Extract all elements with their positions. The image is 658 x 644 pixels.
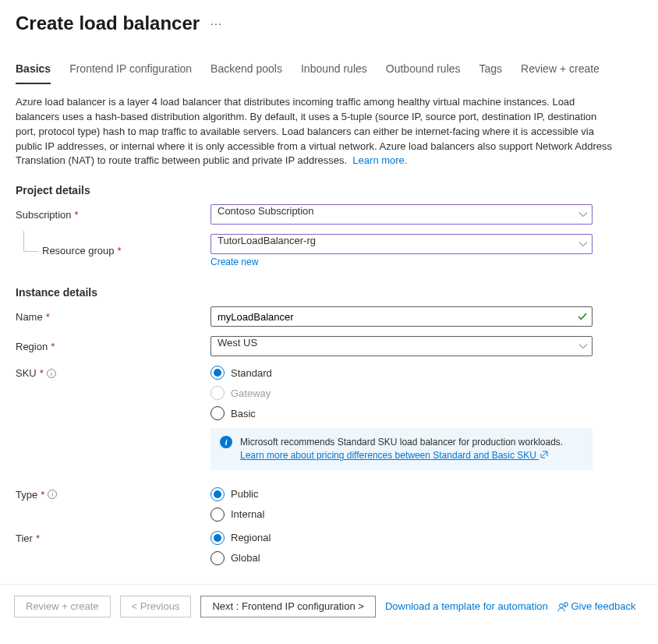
info-box-link-text: Learn more about pricing differences bet… [240,450,536,461]
resource-group-label: Resource group [42,245,115,257]
download-template-link[interactable]: Download a template for automation [385,600,548,612]
tier-option-regional[interactable]: Regional [210,531,593,545]
description-body: Azure load balancer is a layer 4 load ba… [16,96,612,166]
sku-option-basic[interactable]: Basic [210,406,593,420]
feedback-icon [557,600,571,612]
create-new-link[interactable]: Create new [210,257,258,267]
tier-option-global[interactable]: Global [210,551,593,565]
description-text: Azure load balancer is a layer 4 load ba… [16,95,616,168]
sku-option-gateway: Gateway [210,386,593,400]
name-input[interactable] [210,306,593,327]
radio-icon [210,386,225,400]
tier-label: Tier [16,533,33,544]
svg-point-0 [559,604,563,608]
sku-option-standard[interactable]: Standard [210,366,593,380]
required-indicator: * [75,209,79,221]
tab-outbound-rules[interactable]: Outbound rules [386,58,461,84]
previous-button[interactable]: < Previous [120,596,192,617]
type-option-internal[interactable]: Internal [210,508,593,522]
radio-icon [210,406,225,420]
more-actions-button[interactable]: ··· [209,16,224,31]
radio-icon [210,551,225,565]
radio-icon [210,531,225,545]
radio-label: Regional [231,532,271,543]
tab-frontend-ip[interactable]: Frontend IP configuration [69,58,192,84]
radio-icon [210,487,225,501]
resource-group-select[interactable]: TutorLoadBalancer-rg [210,234,593,254]
radio-icon [210,366,225,380]
tabs: Basics Frontend IP configuration Backend… [16,58,642,84]
info-box-text: Microsoft recommends Standard SKU load b… [240,437,563,448]
tab-basics[interactable]: Basics [16,58,51,84]
sku-pricing-link[interactable]: Learn more about pricing differences bet… [240,450,548,461]
give-feedback-link[interactable]: Give feedback [557,600,636,612]
review-create-button[interactable]: Review + create [14,596,111,617]
radio-label: Internal [231,508,264,520]
required-indicator: * [46,311,50,323]
sku-info-box: i Microsoft recommends Standard SKU load… [210,428,593,470]
required-indicator: * [36,533,40,544]
subscription-label: Subscription [16,209,72,221]
type-radio-group: Public Internal [210,487,593,522]
name-label: Name [16,311,43,323]
subscription-select[interactable]: Contoso Subscription [210,204,593,225]
tab-inbound-rules[interactable]: Inbound rules [301,58,367,84]
tab-review-create[interactable]: Review + create [521,58,600,84]
info-icon[interactable]: i [48,490,57,499]
radio-label: Standard [231,367,272,379]
radio-label: Gateway [231,387,271,399]
required-indicator: * [118,245,122,257]
radio-icon [210,508,225,522]
tier-radio-group: Regional Global [210,531,593,565]
region-label: Region [16,341,48,352]
radio-label: Basic [231,408,256,419]
type-option-public[interactable]: Public [210,487,593,501]
project-details-heading: Project details [16,184,642,196]
required-indicator: * [51,341,55,352]
learn-more-link[interactable]: Learn more. [352,154,407,166]
next-button[interactable]: Next : Frontend IP configuration > [200,596,376,617]
feedback-label: Give feedback [571,600,635,612]
tab-backend-pools[interactable]: Backend pools [210,58,282,84]
info-icon[interactable]: i [47,369,56,378]
type-label: Type [16,489,37,501]
radio-label: Global [231,552,260,564]
radio-label: Public [231,488,258,500]
tab-tags[interactable]: Tags [479,58,503,84]
footer: Review + create < Previous Next : Fronte… [0,584,658,628]
required-indicator: * [40,367,44,379]
external-link-icon [539,450,548,461]
instance-details-heading: Instance details [16,286,642,299]
sku-label: SKU [16,367,37,379]
required-indicator: * [41,489,44,501]
page-title: Create load balancer [16,12,200,34]
region-select[interactable]: West US [210,336,593,356]
sku-radio-group: Standard Gateway Basic [210,366,593,420]
info-icon: i [220,436,232,448]
